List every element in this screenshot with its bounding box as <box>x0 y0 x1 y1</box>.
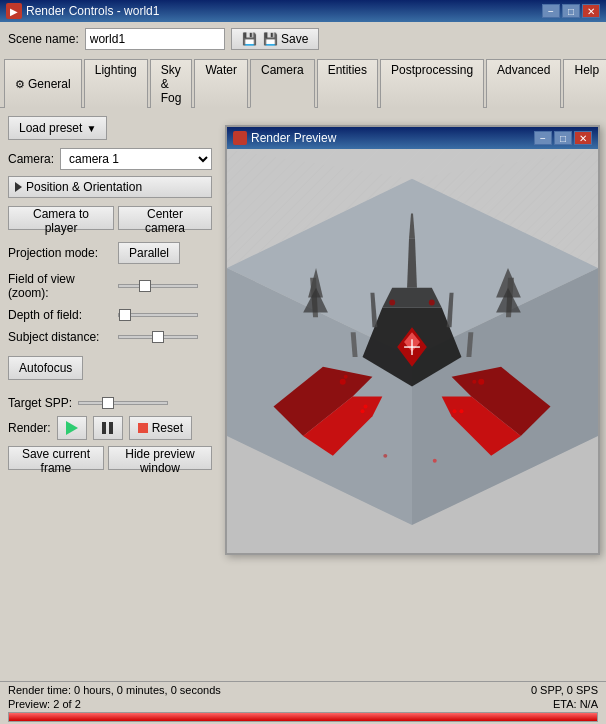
tab-water[interactable]: Water <box>194 59 248 108</box>
camera-select[interactable]: camera 1 <box>60 148 212 170</box>
svg-point-39 <box>364 404 368 408</box>
hide-preview-window-button[interactable]: Hide preview window <box>108 446 212 470</box>
status-row-1: Render time: 0 hours, 0 minutes, 0 secon… <box>8 684 598 696</box>
position-btn-label: Position & Orientation <box>26 180 142 194</box>
tab-camera-label: Camera <box>261 63 304 77</box>
preview-window: Render Preview − □ ✕ <box>225 125 600 555</box>
subject-distance-label: Subject distance: <box>8 330 118 344</box>
autofocus-button[interactable]: Autofocus <box>8 356 83 380</box>
preview-content <box>227 149 598 553</box>
preview-title-text: Render Preview <box>251 131 534 145</box>
dof-row: Depth of field: <box>8 308 212 322</box>
tab-help[interactable]: Help <box>563 59 606 108</box>
progress-bar-container <box>8 712 598 722</box>
tab-water-label: Water <box>205 63 237 77</box>
minimize-button[interactable]: − <box>542 4 560 18</box>
target-spp-row: Target SPP: <box>8 396 212 410</box>
svg-point-41 <box>453 409 457 413</box>
tab-general[interactable]: ⚙ General <box>4 59 82 108</box>
title-bar: ▶ Render Controls - world1 − □ ✕ <box>0 0 606 22</box>
dof-slider-container <box>118 313 212 317</box>
tab-camera[interactable]: Camera <box>250 59 315 108</box>
gear-icon: ⚙ <box>15 78 25 91</box>
pause-button[interactable] <box>93 416 123 440</box>
tab-lighting-label: Lighting <box>95 63 137 77</box>
svg-point-26 <box>478 379 484 385</box>
svg-point-29 <box>429 300 435 306</box>
render-controls: Render: Reset <box>8 416 212 440</box>
dropdown-arrow-icon: ▼ <box>86 123 96 134</box>
title-bar-buttons: − □ ✕ <box>542 4 600 18</box>
target-spp-label: Target SPP: <box>8 396 72 410</box>
fov-slider-container <box>118 284 212 288</box>
save-button[interactable]: 💾 💾 Save <box>231 28 320 50</box>
reset-label: Reset <box>152 421 183 435</box>
tab-postprocessing-label: Postprocessing <box>391 63 473 77</box>
svg-point-42 <box>383 454 387 458</box>
tab-general-label: General <box>28 77 71 91</box>
preview-close-button[interactable]: ✕ <box>574 131 592 145</box>
status-bar: Render time: 0 hours, 0 minutes, 0 secon… <box>0 681 606 724</box>
tab-advanced[interactable]: Advanced <box>486 59 561 108</box>
dof-slider[interactable] <box>118 313 198 317</box>
fov-slider[interactable] <box>118 284 198 288</box>
play-icon <box>66 421 78 435</box>
save-current-frame-button[interactable]: Save current frame <box>8 446 104 470</box>
center-camera-button[interactable]: Center camera <box>118 206 212 230</box>
position-orientation-button[interactable]: Position & Orientation <box>8 176 212 198</box>
maximize-button[interactable]: □ <box>562 4 580 18</box>
preview-minimize-button[interactable]: − <box>534 131 552 145</box>
preview-text: Preview: 2 of 2 <box>8 698 81 710</box>
save-icon: 💾 <box>242 32 257 46</box>
camera-label: Camera: <box>8 152 54 166</box>
pause-bar-right <box>109 422 113 434</box>
target-spp-slider[interactable] <box>78 401 168 405</box>
preview-title-bar: Render Preview − □ ✕ <box>227 127 598 149</box>
load-preset-label: Load preset <box>19 121 82 135</box>
scene-name-input[interactable] <box>85 28 225 50</box>
close-button[interactable]: ✕ <box>582 4 600 18</box>
reset-button[interactable]: Reset <box>129 416 192 440</box>
spp-sps-text: 0 SPP, 0 SPS <box>531 684 598 696</box>
load-preset-button[interactable]: Load preset ▼ <box>8 116 107 140</box>
svg-point-27 <box>459 409 463 413</box>
scene-name-label: Scene name: <box>8 32 79 46</box>
fov-row: Field of view (zoom): <box>8 272 212 300</box>
subject-distance-slider[interactable] <box>118 335 198 339</box>
progress-bar-fill <box>9 713 597 721</box>
play-button[interactable] <box>57 416 87 440</box>
left-panel: Load preset ▼ Camera: camera 1 Position … <box>0 108 220 681</box>
tab-entities-label: Entities <box>328 63 367 77</box>
svg-point-43 <box>433 459 437 463</box>
projection-label: Projection mode: <box>8 246 118 260</box>
subject-distance-slider-container <box>118 335 212 339</box>
tab-postprocessing[interactable]: Postprocessing <box>380 59 484 108</box>
projection-mode-row: Projection mode: Parallel <box>8 242 212 264</box>
pause-bar-left <box>102 422 106 434</box>
preview-maximize-button[interactable]: □ <box>554 131 572 145</box>
tab-entities[interactable]: Entities <box>317 59 378 108</box>
camera-to-player-button[interactable]: Camera to player <box>8 206 114 230</box>
status-row-2: Preview: 2 of 2 ETA: N/A <box>8 698 598 710</box>
tab-lighting[interactable]: Lighting <box>84 59 148 108</box>
camera-action-buttons: Camera to player Center camera <box>8 206 212 230</box>
eta-text: ETA: N/A <box>553 698 598 710</box>
preview-window-icon <box>233 131 247 145</box>
frame-buttons: Save current frame Hide preview window <box>8 446 212 470</box>
tabs-container: ⚙ General Lighting Sky & Fog Water Camer… <box>0 56 606 108</box>
dof-label: Depth of field: <box>8 308 118 322</box>
tab-sky-fog-label: Sky & Fog <box>161 63 182 105</box>
window-icon: ▶ <box>6 3 22 19</box>
render-canvas[interactable] <box>227 149 598 553</box>
tab-help-label: Help <box>574 63 599 77</box>
tab-sky-fog[interactable]: Sky & Fog <box>150 59 193 108</box>
scene-name-row: Scene name: 💾 💾 Save <box>0 22 606 56</box>
projection-parallel-button[interactable]: Parallel <box>118 242 180 264</box>
window-title: Render Controls - world1 <box>26 4 542 18</box>
fov-label: Field of view (zoom): <box>8 272 118 300</box>
camera-row: Camera: camera 1 <box>8 148 212 170</box>
preview-title-buttons: − □ ✕ <box>534 131 592 145</box>
stop-icon <box>138 423 148 433</box>
svg-point-28 <box>389 300 395 306</box>
svg-point-38 <box>344 375 348 379</box>
